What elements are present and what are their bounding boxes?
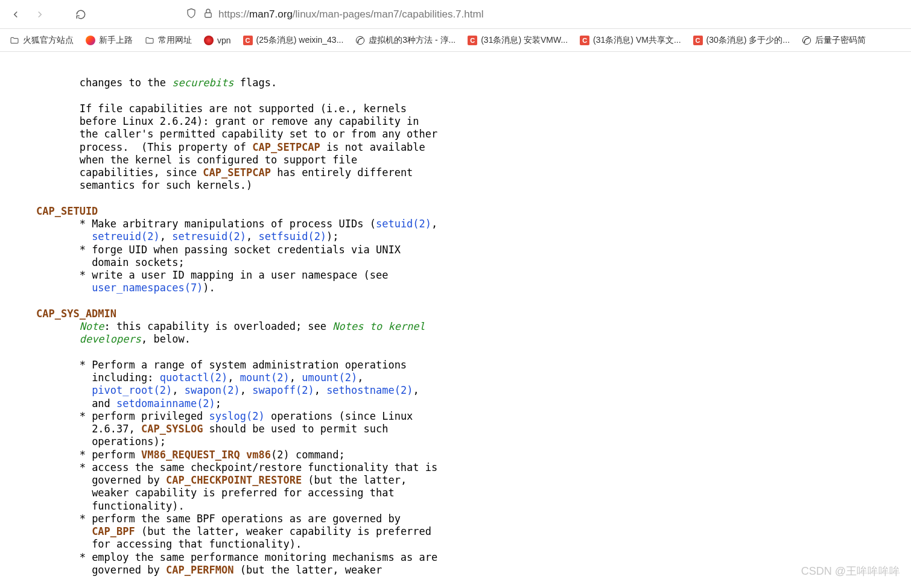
keyword-cap-setpcap: CAP_SETPCAP bbox=[203, 166, 271, 179]
csdn-icon: C bbox=[693, 36, 703, 45]
url-bar[interactable]: https://man7.org/linux/man-pages/man7/ca… bbox=[95, 8, 905, 21]
bookmark-item[interactable]: C(31条消息) VM共享文... bbox=[575, 33, 685, 48]
bookmark-label: 虚拟机的3种方法 - 淳... bbox=[369, 35, 456, 46]
keyword-vm86-request-irq: VM86_REQUEST_IRQ bbox=[141, 449, 240, 461]
browser-toolbar: https://man7.org/linux/man-pages/man7/ca… bbox=[0, 0, 911, 29]
svg-point-4 bbox=[804, 42, 805, 43]
link-syslog[interactable]: syslog(2) bbox=[209, 410, 265, 422]
bookmark-item[interactable]: 虚拟机的3种方法 - 淳... bbox=[351, 33, 460, 48]
csdn-icon: C bbox=[468, 36, 477, 45]
bookmark-label: 常用网址 bbox=[158, 35, 192, 46]
link-swapon[interactable]: swapon(2) bbox=[185, 384, 240, 396]
svg-point-2 bbox=[358, 42, 359, 43]
vpn-icon bbox=[204, 36, 214, 45]
page-content: changes to the securebits flags. If file… bbox=[0, 52, 911, 588]
keyword-securebits: securebits bbox=[172, 77, 233, 89]
heading-cap-setuid: CAP_SETUID bbox=[36, 205, 98, 217]
csdn-icon: C bbox=[580, 36, 589, 45]
bookmark-item[interactable]: 后量子密码简 bbox=[797, 33, 871, 48]
bookmark-label: (31条消息) 安装VMW... bbox=[481, 35, 568, 46]
link-sethostname[interactable]: sethostname(2) bbox=[326, 384, 413, 396]
link-quotactl[interactable]: quotactl(2) bbox=[160, 371, 228, 384]
bookmark-label: 火狐官方站点 bbox=[23, 35, 74, 46]
keyword-vm86: vm86 bbox=[246, 449, 271, 461]
link-setuid[interactable]: setuid(2) bbox=[376, 218, 431, 230]
bookmark-label: (31条消息) VM共享文... bbox=[593, 35, 681, 46]
cnblogs-icon bbox=[802, 36, 811, 45]
reload-button[interactable] bbox=[71, 5, 90, 24]
bookmark-item[interactable]: 常用网址 bbox=[140, 33, 197, 48]
bookmark-item[interactable]: vpn bbox=[199, 33, 236, 48]
note-label: Note bbox=[80, 320, 104, 332]
bookmark-label: (25条消息) weixin_43... bbox=[256, 35, 344, 46]
keyword-cap-perfmon: CAP_PERFMON bbox=[166, 564, 234, 576]
link-setfsuid[interactable]: setfsuid(2) bbox=[259, 230, 327, 242]
cnblogs-icon bbox=[355, 36, 365, 45]
bookmark-item[interactable]: C(25条消息) weixin_43... bbox=[238, 33, 349, 48]
bookmark-label: vpn bbox=[217, 36, 231, 45]
keyword-cap-checkpoint-restore: CAP_CHECKPOINT_RESTORE bbox=[166, 474, 302, 486]
link-setreuid[interactable]: setreuid(2) bbox=[92, 230, 160, 242]
bookmark-label: 后量子密码简 bbox=[815, 35, 866, 46]
link-user-namespaces[interactable]: user_namespaces(7) bbox=[92, 282, 203, 294]
folder-icon bbox=[10, 36, 19, 45]
svg-rect-0 bbox=[205, 13, 212, 17]
link-setresuid[interactable]: setresuid(2) bbox=[172, 230, 246, 242]
link-umount[interactable]: umount(2) bbox=[302, 371, 357, 384]
forward-button bbox=[30, 5, 49, 24]
keyword-cap-setpcap: CAP_SETPCAP bbox=[252, 141, 320, 153]
bookmark-label: (30条消息) 多于少的... bbox=[706, 35, 790, 46]
heading-cap-sys-admin: CAP_SYS_ADMIN bbox=[36, 308, 116, 320]
link-swapoff[interactable]: swapoff(2) bbox=[252, 384, 314, 396]
link-setdomainname[interactable]: setdomainname(2) bbox=[116, 397, 215, 409]
folder-icon bbox=[145, 36, 154, 45]
shield-icon[interactable] bbox=[186, 8, 197, 21]
svg-point-1 bbox=[357, 36, 364, 44]
keyword-cap-syslog: CAP_SYSLOG bbox=[141, 423, 203, 435]
bookmark-item[interactable]: C(30条消息) 多于少的... bbox=[688, 33, 795, 48]
link-pivot-root[interactable]: pivot_root(2) bbox=[92, 384, 172, 396]
bookmarks-bar: 火狐官方站点新手上路常用网址vpnC(25条消息) weixin_43...虚拟… bbox=[0, 29, 911, 52]
firefox-icon bbox=[86, 36, 95, 45]
svg-point-3 bbox=[802, 36, 810, 44]
csdn-icon: C bbox=[243, 36, 253, 45]
lock-icon[interactable] bbox=[203, 8, 214, 21]
keyword-cap-bpf: CAP_BPF bbox=[92, 525, 135, 537]
bookmark-label: 新手上路 bbox=[99, 35, 133, 46]
bookmark-item[interactable]: C(31条消息) 安装VMW... bbox=[463, 33, 573, 48]
bookmark-item[interactable]: 新手上路 bbox=[81, 33, 138, 48]
link-mount[interactable]: mount(2) bbox=[240, 371, 290, 384]
back-button[interactable] bbox=[6, 5, 25, 24]
url-text[interactable]: https://man7.org/linux/man-pages/man7/ca… bbox=[218, 8, 483, 21]
watermark-text: CSDN @王哞哞哞哞 bbox=[801, 564, 900, 578]
bookmark-item[interactable]: 火狐官方站点 bbox=[5, 33, 78, 48]
